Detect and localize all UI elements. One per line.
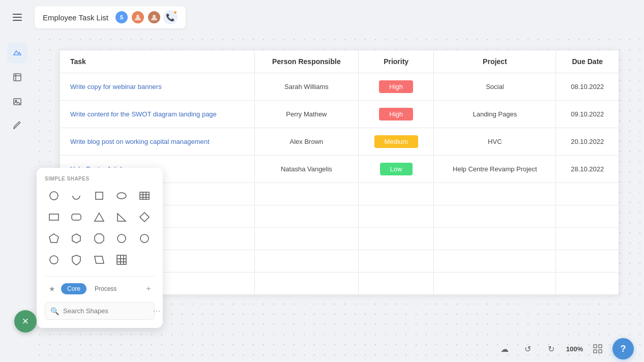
fab-close-button[interactable]: × bbox=[14, 310, 37, 333]
svg-marker-17 bbox=[95, 213, 104, 221]
shapes-panel: SIMPLE SHAPES bbox=[37, 168, 163, 328]
shape-diamond[interactable] bbox=[135, 208, 154, 226]
col-priority: Priority bbox=[359, 50, 434, 73]
bottom-bar: ☁ ↺ ↻ 100% ? bbox=[0, 336, 644, 362]
table-row: Write blog post on working capital manag… bbox=[60, 128, 619, 156]
shapes-tabs: ★ Core Process + bbox=[45, 276, 155, 296]
shape-hexagon[interactable] bbox=[67, 229, 85, 248]
priority-badge: High bbox=[379, 80, 413, 93]
tab-process[interactable]: Process bbox=[89, 283, 123, 294]
title-bar: Employee Task List S 📞 bbox=[35, 6, 186, 28]
menu-button[interactable] bbox=[8, 8, 26, 26]
svg-point-24 bbox=[140, 234, 149, 243]
shape-rect[interactable] bbox=[45, 208, 63, 226]
search-shapes-input[interactable] bbox=[63, 307, 149, 315]
shape-triangle[interactable] bbox=[90, 208, 108, 226]
svg-marker-19 bbox=[140, 213, 149, 222]
project-cell: Help Centre Revamp Project bbox=[434, 156, 556, 183]
undo-button[interactable]: ↺ bbox=[519, 340, 537, 357]
svg-point-23 bbox=[118, 234, 126, 243]
shape-table[interactable] bbox=[135, 187, 154, 205]
shape-shield[interactable] bbox=[67, 251, 85, 269]
shapes-grid bbox=[45, 187, 155, 269]
shape-circle3[interactable] bbox=[135, 229, 154, 248]
shapes-section-label: SIMPLE SHAPES bbox=[45, 176, 155, 182]
col-project: Project bbox=[434, 50, 556, 73]
due-date-cell: 09.10.2022 bbox=[556, 101, 619, 128]
person-cell: Perry Mathew bbox=[254, 101, 358, 128]
search-more-icon[interactable]: ⋯ bbox=[153, 306, 161, 316]
task-cell: Write content for the SWOT diagram landi… bbox=[60, 101, 255, 128]
person-cell: Sarah Williams bbox=[254, 73, 358, 101]
project-cell: HVC bbox=[434, 128, 556, 156]
shape-circle[interactable] bbox=[45, 187, 63, 205]
svg-rect-10 bbox=[140, 192, 149, 199]
priority-badge: Medium bbox=[374, 135, 418, 148]
search-icon: 🔍 bbox=[50, 307, 59, 315]
priority-badge: High bbox=[379, 108, 413, 120]
task-cell: Write blog post on working capital manag… bbox=[60, 128, 255, 156]
grid-view-button[interactable] bbox=[589, 340, 606, 357]
svg-rect-27 bbox=[117, 255, 126, 264]
cloud-sync-button[interactable]: ☁ bbox=[496, 340, 513, 357]
avatar-s[interactable]: S bbox=[114, 10, 129, 24]
svg-marker-22 bbox=[95, 234, 104, 243]
svg-rect-2 bbox=[14, 74, 21, 81]
table-row: Write copy for webinar banners Sarah Wil… bbox=[60, 73, 619, 101]
shape-arc[interactable] bbox=[67, 187, 85, 205]
avatar-p1[interactable] bbox=[131, 10, 145, 24]
add-tab-button[interactable]: + bbox=[142, 283, 155, 295]
shape-circle2[interactable] bbox=[112, 229, 131, 248]
col-task: Task bbox=[60, 50, 255, 73]
shape-octagon[interactable] bbox=[90, 229, 108, 248]
due-date-cell: 28.10.2022 bbox=[556, 156, 619, 183]
shapes-tool-button[interactable] bbox=[7, 43, 27, 63]
frame-tool-button[interactable] bbox=[7, 67, 27, 87]
shape-right-triangle[interactable] bbox=[112, 208, 131, 226]
priority-cell: High bbox=[359, 73, 434, 101]
shape-pentagon[interactable] bbox=[45, 229, 63, 248]
call-button[interactable]: 📞 bbox=[163, 10, 178, 24]
document-title: Employee Task List bbox=[43, 13, 108, 22]
shape-ellipse[interactable] bbox=[112, 187, 131, 205]
zoom-level: 100% bbox=[566, 345, 583, 353]
svg-rect-8 bbox=[96, 192, 103, 199]
project-cell: Landing Pages bbox=[434, 101, 556, 128]
shapes-search-bar[interactable]: 🔍 ⋯ bbox=[45, 302, 155, 320]
svg-rect-35 bbox=[599, 350, 602, 353]
image-tool-button[interactable] bbox=[7, 92, 27, 112]
person-cell: Natasha Vangelis bbox=[254, 156, 358, 183]
due-date-cell: 20.10.2022 bbox=[556, 128, 619, 156]
person-cell: Alex Brown bbox=[254, 128, 358, 156]
svg-point-7 bbox=[50, 192, 58, 200]
svg-rect-33 bbox=[599, 345, 602, 348]
svg-marker-20 bbox=[49, 234, 58, 243]
table-row: Write content for the SWOT diagram landi… bbox=[60, 101, 619, 128]
favorites-tab[interactable]: ★ bbox=[45, 282, 59, 296]
topbar: Employee Task List S 📞 bbox=[0, 0, 644, 35]
shape-parallelogram[interactable] bbox=[90, 251, 108, 269]
col-person: Person Responsible bbox=[254, 50, 358, 73]
col-due: Due Date bbox=[556, 50, 619, 73]
shape-circle4[interactable] bbox=[45, 251, 63, 269]
svg-rect-34 bbox=[594, 350, 597, 353]
draw-tool-button[interactable] bbox=[7, 116, 27, 136]
tab-core[interactable]: Core bbox=[61, 283, 86, 294]
task-cell: Write copy for webinar banners bbox=[60, 73, 255, 101]
priority-badge: Low bbox=[380, 163, 413, 175]
help-button[interactable]: ? bbox=[612, 338, 634, 359]
redo-button[interactable]: ↻ bbox=[543, 340, 560, 357]
shape-grid[interactable] bbox=[112, 251, 131, 269]
svg-marker-18 bbox=[118, 214, 126, 221]
due-date-cell: 08.10.2022 bbox=[556, 73, 619, 101]
shape-rounded-rect[interactable] bbox=[67, 208, 85, 226]
avatar-p2[interactable] bbox=[147, 10, 161, 24]
svg-marker-26 bbox=[95, 256, 104, 263]
priority-cell: Medium bbox=[359, 128, 434, 156]
project-cell: Social bbox=[434, 73, 556, 101]
shape-square[interactable] bbox=[90, 187, 108, 205]
svg-rect-32 bbox=[594, 345, 597, 348]
svg-point-9 bbox=[117, 193, 126, 199]
svg-point-25 bbox=[50, 256, 58, 264]
priority-cell: High bbox=[359, 101, 434, 128]
